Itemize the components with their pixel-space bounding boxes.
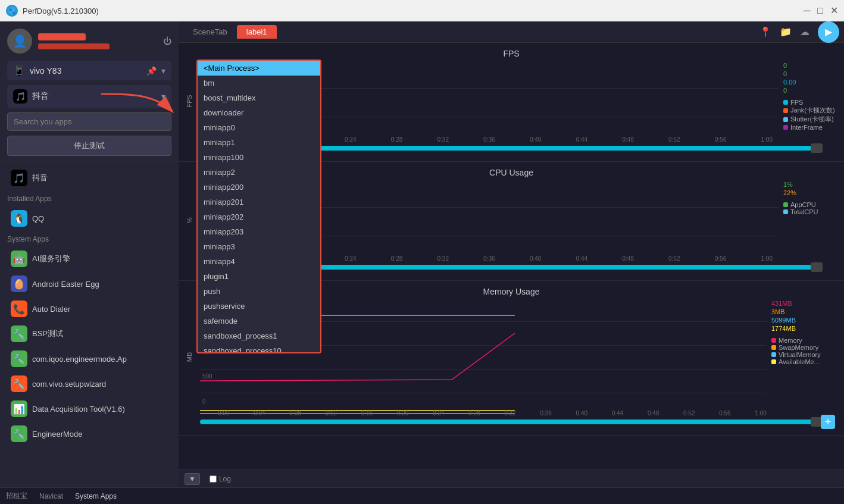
process-item[interactable]: safemode — [198, 314, 320, 328]
taskbar-item-2[interactable]: System Apps — [75, 492, 117, 500]
system-apps-label: System Apps — [7, 235, 173, 243]
expand-button[interactable]: ▼ — [185, 473, 200, 485]
process-item[interactable]: miniapp0 — [198, 120, 320, 135]
fps-legend-stutter: Stutter(卡顿率) — [783, 115, 839, 124]
totalcpu-dot — [783, 209, 788, 214]
process-item[interactable]: boost_multidex — [198, 90, 320, 105]
fps-right-values: 0 0 0.00 0 FPS Jank(卡顿次数) — [779, 60, 844, 143]
log-checkbox-row: Log — [210, 475, 231, 483]
process-item[interactable]: sandboxed_process1 — [198, 328, 320, 343]
app-selector[interactable]: 🎵 抖音 ▾ — [7, 85, 171, 108]
mem-legend-virtual: VirtualMemory — [771, 351, 839, 358]
installed-app-qq[interactable]: 🐧 QQ — [6, 206, 173, 230]
process-item[interactable]: miniapp3 — [198, 239, 320, 254]
process-item[interactable]: <Main Process> — [198, 61, 320, 76]
cpu-legend-total: TotalCPU — [783, 208, 839, 215]
add-chart-button[interactable]: + — [821, 415, 835, 429]
process-list-scroll[interactable]: <Main Process>bmboost_multidexdownloader… — [198, 61, 320, 352]
system-app-ai[interactable]: 🤖 AI服务引擎 — [6, 247, 173, 271]
process-item[interactable]: push — [198, 284, 320, 299]
qq-icon: 🐧 — [11, 210, 27, 227]
swap-val: 3MB — [771, 308, 839, 315]
sidebar-scroll: 🎵 抖音 Installed Apps 🐧 QQ System Apps 🤖 A… — [0, 161, 179, 487]
process-item[interactable]: miniapp100 — [198, 150, 320, 165]
fps-scrollbar-handle[interactable] — [811, 143, 823, 153]
process-item[interactable]: miniapp1 — [198, 135, 320, 150]
taskbar-item-0[interactable]: 招租宝 — [6, 491, 27, 501]
selected-app-icon: 🎵 — [13, 89, 27, 104]
qq-name: QQ — [32, 214, 44, 223]
memory-right-values: 431MB 3MB 5099MB 1774MB Memory SwapMemor — [767, 298, 844, 417]
taskbar-item-1[interactable]: Navicat — [39, 492, 63, 500]
recent-app-tiktok[interactable]: 🎵 抖音 — [6, 166, 173, 190]
search-input[interactable] — [7, 112, 171, 131]
process-item[interactable]: miniapp4 — [198, 254, 320, 269]
iqoo-icon: 🔧 — [11, 350, 27, 367]
pin-icon[interactable]: 📌 — [146, 66, 157, 76]
auto-dialer-name: Auto Dialer — [32, 305, 70, 314]
power-icon[interactable]: ⏻ — [163, 36, 171, 46]
fps-legend-fps: FPS — [783, 99, 839, 106]
fps-v4: 0 — [783, 87, 839, 94]
system-app-setup[interactable]: 🔧 com.vivo.setupwizard — [6, 372, 173, 396]
minimize-button[interactable]: ─ — [804, 6, 810, 15]
process-item[interactable]: miniapp201 — [198, 195, 320, 209]
memory-scrollbar[interactable] — [179, 417, 844, 427]
mem-legends: Memory SwapMemory VirtualMemory — [771, 337, 839, 365]
title-bar-controls: ─ □ ✕ — [804, 6, 838, 15]
stop-button[interactable]: 停止测试 — [7, 136, 171, 156]
system-app-bsp[interactable]: 🔧 BSP测试 — [6, 322, 173, 346]
sidebar: 👤 ⏻ 📱 vivo Y83 📌 ▾ 🎵 抖音 ▾ — [0, 21, 179, 487]
process-dropdown[interactable]: <Main Process>bmboost_multidexdownloader… — [196, 60, 321, 353]
ai-name: AI服务引擎 — [32, 253, 70, 264]
fps-legend-interframe: InterFrame — [783, 124, 839, 131]
scene-tab[interactable]: SceneTab — [183, 25, 237, 39]
process-item[interactable]: downloader — [198, 105, 320, 120]
ai-icon: 🤖 — [11, 251, 27, 267]
device-icon: 📱 — [13, 65, 25, 76]
recent-app-name: 抖音 — [32, 173, 48, 183]
cpu-scrollbar-handle[interactable] — [811, 262, 823, 272]
system-app-data[interactable]: 📊 Data Acquisition Tool(V1.6) — [6, 397, 173, 421]
process-item[interactable]: pushservice — [198, 299, 320, 314]
process-item[interactable]: miniapp203 — [198, 224, 320, 239]
process-item[interactable]: bm — [198, 76, 320, 90]
process-item[interactable]: miniapp2 — [198, 165, 320, 180]
maximize-button[interactable]: □ — [817, 6, 823, 15]
cpu-legend-app: AppCPU — [783, 201, 839, 208]
system-app-android-egg[interactable]: 🥚 Android Easter Egg — [6, 272, 173, 296]
user-row: 👤 ⏻ — [7, 29, 171, 54]
fps-v2: 0 — [783, 70, 839, 77]
engineer-name: EngineerMode — [32, 430, 83, 439]
mem-x-ticks: 0:00 0:04 0:08 0:12 0:16 0:20 0:24 0:28 … — [218, 410, 767, 417]
data-name: Data Acquisition Tool(V1.6) — [32, 405, 125, 414]
device-controls: 📌 ▾ — [146, 66, 165, 76]
fps-dot — [783, 100, 788, 105]
sidebar-header: 👤 ⏻ 📱 vivo Y83 📌 ▾ 🎵 抖音 ▾ — [0, 21, 179, 161]
log-checkbox[interactable] — [210, 475, 217, 483]
system-app-iqoo[interactable]: 🔧 com.iqoo.engineermode.Ap — [6, 347, 173, 371]
auto-dialer-icon: 📞 — [11, 300, 27, 317]
device-selector[interactable]: 📱 vivo Y83 📌 ▾ — [7, 61, 171, 80]
play-button[interactable]: ▶ — [818, 21, 839, 43]
process-item[interactable]: sandboxed_process10 — [198, 343, 320, 352]
title-bar-text: PerfDog(v5.1.210300) — [23, 7, 804, 15]
process-item[interactable]: miniapp200 — [198, 180, 320, 195]
process-item[interactable]: plugin1 — [198, 269, 320, 284]
memory-scrollbar-track[interactable] — [200, 420, 823, 424]
folder-icon[interactable]: 📁 — [780, 26, 792, 37]
system-app-auto-dialer[interactable]: 📞 Auto Dialer — [6, 297, 173, 321]
appcpu-dot — [783, 202, 788, 207]
location-icon[interactable]: 📍 — [759, 26, 771, 37]
memory-val: 431MB — [771, 300, 839, 307]
label1-tab[interactable]: label1 — [237, 25, 277, 39]
cpu-total-val: 22% — [783, 189, 839, 196]
app-chevron-icon[interactable]: ▾ — [161, 92, 165, 101]
process-item[interactable]: miniapp202 — [198, 209, 320, 224]
cloud-icon[interactable]: ☁ — [800, 26, 809, 37]
device-chevron-icon[interactable]: ▾ — [161, 66, 165, 76]
system-app-engineer[interactable]: 🔧 EngineerMode — [6, 422, 173, 446]
close-button[interactable]: ✕ — [830, 6, 838, 15]
fps-v3: 0.00 — [783, 79, 839, 86]
device-name: vivo Y83 — [30, 66, 146, 76]
